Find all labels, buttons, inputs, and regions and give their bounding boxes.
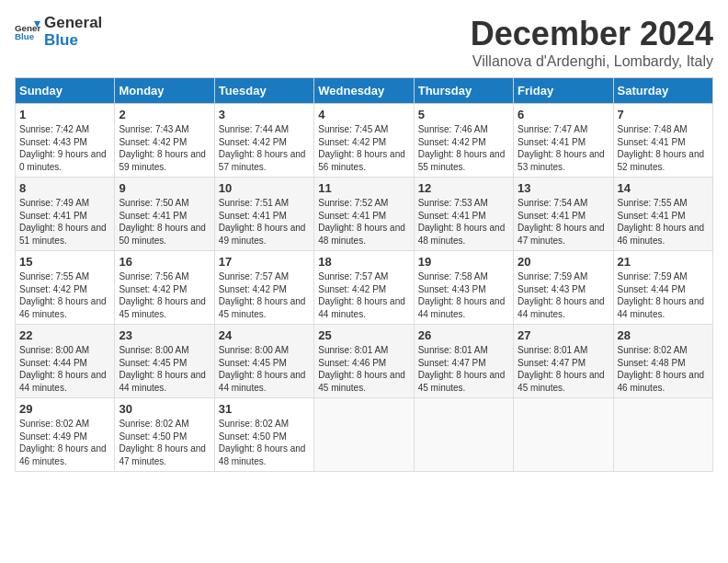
calendar-cell: 20 Sunrise: 7:59 AM Sunset: 4:43 PM Dayl…	[514, 251, 613, 325]
calendar-cell: 16 Sunrise: 7:56 AM Sunset: 4:42 PM Dayl…	[115, 251, 214, 325]
calendar-cell	[514, 398, 613, 472]
calendar-cell: 21 Sunrise: 7:59 AM Sunset: 4:44 PM Dayl…	[613, 251, 712, 325]
cell-content: Sunrise: 7:55 AM Sunset: 4:42 PM Dayligh…	[19, 270, 110, 320]
logo: General Blue General Blue	[15, 15, 102, 49]
cell-content: Sunrise: 8:02 AM Sunset: 4:50 PM Dayligh…	[119, 418, 210, 467]
header-saturday: Saturday	[613, 78, 712, 104]
cell-content: Sunrise: 7:43 AM Sunset: 4:42 PM Dayligh…	[119, 123, 210, 173]
cell-content: Sunrise: 7:45 AM Sunset: 4:42 PM Dayligh…	[318, 123, 409, 173]
calendar-cell: 29 Sunrise: 8:02 AM Sunset: 4:49 PM Dayl…	[16, 398, 115, 472]
cell-content: Sunrise: 7:59 AM Sunset: 4:44 PM Dayligh…	[618, 270, 709, 320]
day-number: 24	[219, 328, 310, 342]
calendar-cell: 9 Sunrise: 7:50 AM Sunset: 4:41 PM Dayli…	[115, 178, 214, 251]
day-number: 13	[518, 181, 609, 195]
header-monday: Monday	[115, 78, 214, 104]
calendar-cell: 17 Sunrise: 7:57 AM Sunset: 4:42 PM Dayl…	[214, 251, 313, 325]
week-row-2: 8 Sunrise: 7:49 AM Sunset: 4:41 PM Dayli…	[16, 178, 713, 251]
calendar-cell: 1 Sunrise: 7:42 AM Sunset: 4:43 PM Dayli…	[16, 104, 115, 178]
calendar-cell: 11 Sunrise: 7:52 AM Sunset: 4:41 PM Dayl…	[314, 178, 414, 251]
calendar-cell: 26 Sunrise: 8:01 AM Sunset: 4:47 PM Dayl…	[414, 325, 513, 398]
calendar-cell: 19 Sunrise: 7:58 AM Sunset: 4:43 PM Dayl…	[414, 251, 513, 325]
cell-content: Sunrise: 7:51 AM Sunset: 4:41 PM Dayligh…	[219, 197, 310, 247]
calendar-cell: 10 Sunrise: 7:51 AM Sunset: 4:41 PM Dayl…	[214, 178, 313, 251]
day-number: 20	[518, 255, 609, 269]
location-title: Villanova d'Ardenghi, Lombardy, Italy	[471, 53, 713, 70]
day-number: 3	[219, 108, 310, 121]
day-number: 29	[19, 402, 110, 416]
cell-content: Sunrise: 7:57 AM Sunset: 4:42 PM Dayligh…	[318, 270, 409, 320]
header: General Blue General Blue December 2024 …	[15, 15, 713, 70]
calendar-cell: 24 Sunrise: 8:00 AM Sunset: 4:45 PM Dayl…	[214, 325, 313, 398]
day-number: 15	[19, 255, 110, 269]
day-number: 12	[418, 181, 509, 195]
calendar-cell: 5 Sunrise: 7:46 AM Sunset: 4:42 PM Dayli…	[414, 104, 513, 178]
day-number: 28	[618, 328, 709, 342]
calendar-cell: 4 Sunrise: 7:45 AM Sunset: 4:42 PM Dayli…	[314, 104, 414, 178]
calendar-cell: 14 Sunrise: 7:55 AM Sunset: 4:41 PM Dayl…	[613, 178, 712, 251]
day-number: 2	[119, 108, 210, 121]
day-number: 6	[518, 108, 609, 121]
cell-content: Sunrise: 7:46 AM Sunset: 4:42 PM Dayligh…	[418, 123, 509, 173]
day-number: 5	[418, 108, 509, 121]
week-row-1: 1 Sunrise: 7:42 AM Sunset: 4:43 PM Dayli…	[16, 104, 713, 178]
day-number: 23	[119, 328, 210, 342]
header-thursday: Thursday	[414, 78, 513, 104]
month-title: December 2024	[471, 15, 713, 53]
day-number: 9	[119, 181, 210, 195]
cell-content: Sunrise: 7:54 AM Sunset: 4:41 PM Dayligh…	[518, 197, 609, 247]
day-number: 1	[19, 108, 110, 121]
calendar-cell: 6 Sunrise: 7:47 AM Sunset: 4:41 PM Dayli…	[514, 104, 613, 178]
calendar-cell: 3 Sunrise: 7:44 AM Sunset: 4:42 PM Dayli…	[214, 104, 313, 178]
header-wednesday: Wednesday	[314, 78, 414, 104]
day-number: 8	[19, 181, 110, 195]
day-number: 14	[618, 181, 709, 195]
calendar-cell: 23 Sunrise: 8:00 AM Sunset: 4:45 PM Dayl…	[115, 325, 214, 398]
cell-content: Sunrise: 8:01 AM Sunset: 4:46 PM Dayligh…	[318, 344, 409, 394]
calendar-table: SundayMondayTuesdayWednesdayThursdayFrid…	[15, 77, 713, 472]
calendar-cell: 28 Sunrise: 8:02 AM Sunset: 4:48 PM Dayl…	[613, 325, 712, 398]
header-friday: Friday	[514, 78, 613, 104]
cell-content: Sunrise: 7:42 AM Sunset: 4:43 PM Dayligh…	[19, 123, 110, 173]
day-number: 11	[318, 181, 409, 195]
day-number: 19	[418, 255, 509, 269]
calendar-cell: 30 Sunrise: 8:02 AM Sunset: 4:50 PM Dayl…	[115, 398, 214, 472]
day-number: 16	[119, 255, 210, 269]
day-number: 27	[518, 328, 609, 342]
cell-content: Sunrise: 7:57 AM Sunset: 4:42 PM Dayligh…	[219, 270, 310, 320]
day-number: 26	[418, 328, 509, 342]
logo-wordmark: General Blue	[44, 15, 102, 49]
day-number: 7	[618, 108, 709, 121]
day-number: 21	[618, 255, 709, 269]
calendar-cell	[613, 398, 712, 472]
cell-content: Sunrise: 7:55 AM Sunset: 4:41 PM Dayligh…	[618, 197, 709, 247]
calendar-cell: 7 Sunrise: 7:48 AM Sunset: 4:41 PM Dayli…	[613, 104, 712, 178]
calendar-cell: 12 Sunrise: 7:53 AM Sunset: 4:41 PM Dayl…	[414, 178, 513, 251]
calendar-cell: 31 Sunrise: 8:02 AM Sunset: 4:50 PM Dayl…	[214, 398, 313, 472]
cell-content: Sunrise: 7:52 AM Sunset: 4:41 PM Dayligh…	[318, 197, 409, 247]
cell-content: Sunrise: 7:56 AM Sunset: 4:42 PM Dayligh…	[119, 270, 210, 320]
week-row-4: 22 Sunrise: 8:00 AM Sunset: 4:44 PM Dayl…	[16, 325, 713, 398]
calendar-cell: 2 Sunrise: 7:43 AM Sunset: 4:42 PM Dayli…	[115, 104, 214, 178]
day-number: 17	[219, 255, 310, 269]
calendar-cell: 18 Sunrise: 7:57 AM Sunset: 4:42 PM Dayl…	[314, 251, 414, 325]
cell-content: Sunrise: 8:01 AM Sunset: 4:47 PM Dayligh…	[418, 344, 509, 394]
calendar-cell	[314, 398, 414, 472]
day-number: 10	[219, 181, 310, 195]
day-number: 18	[318, 255, 409, 269]
header-sunday: Sunday	[16, 78, 115, 104]
day-number: 4	[318, 108, 409, 121]
cell-content: Sunrise: 7:48 AM Sunset: 4:41 PM Dayligh…	[618, 123, 709, 173]
calendar-cell	[414, 398, 513, 472]
week-row-5: 29 Sunrise: 8:02 AM Sunset: 4:49 PM Dayl…	[16, 398, 713, 472]
header-tuesday: Tuesday	[214, 78, 313, 104]
week-row-3: 15 Sunrise: 7:55 AM Sunset: 4:42 PM Dayl…	[16, 251, 713, 325]
cell-content: Sunrise: 8:00 AM Sunset: 4:45 PM Dayligh…	[219, 344, 310, 394]
day-number: 22	[19, 328, 110, 342]
calendar-cell: 15 Sunrise: 7:55 AM Sunset: 4:42 PM Dayl…	[16, 251, 115, 325]
calendar-cell: 8 Sunrise: 7:49 AM Sunset: 4:41 PM Dayli…	[16, 178, 115, 251]
cell-content: Sunrise: 7:47 AM Sunset: 4:41 PM Dayligh…	[518, 123, 609, 173]
cell-content: Sunrise: 8:02 AM Sunset: 4:50 PM Dayligh…	[219, 418, 310, 467]
day-number: 30	[119, 402, 210, 416]
logo-blue: Blue	[44, 32, 102, 50]
calendar-cell: 22 Sunrise: 8:00 AM Sunset: 4:44 PM Dayl…	[16, 325, 115, 398]
